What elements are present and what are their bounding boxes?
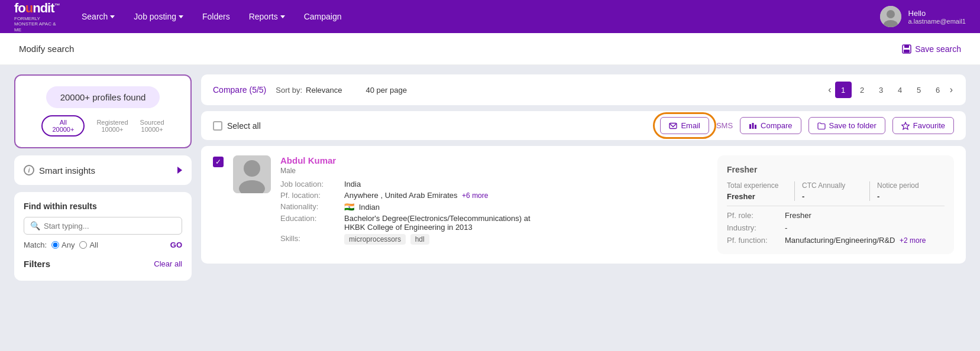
nationality-row: Nationality: 🇮🇳 Indian [280, 202, 708, 212]
favourite-button[interactable]: Favourite [892, 117, 954, 134]
logo-text: foundit™ [14, 1, 62, 16]
candidate-avatar [233, 155, 271, 193]
chevron-down-icon [409, 89, 414, 92]
sort-select[interactable]: Relevance [306, 86, 349, 95]
profiles-found-card: 20000+ profiles found All 20000+ Registe… [14, 74, 192, 148]
page-4-button[interactable]: 4 [892, 82, 908, 98]
next-page-button[interactable]: › [949, 84, 954, 95]
chevron-right-icon [177, 167, 182, 174]
logo[interactable]: foundit™ FORMERLY MONSTER APAC & ME [14, 1, 62, 33]
skill-tag-2: hdl [410, 234, 429, 245]
fresher-card: Fresher Total experience Fresher CTC Ann… [717, 155, 954, 254]
notice-period-col: Notice period - [877, 181, 945, 201]
star-icon [901, 122, 910, 130]
avatar [880, 6, 901, 27]
nav-reports[interactable]: Reports [248, 12, 286, 21]
page-2-button[interactable]: 2 [854, 82, 871, 98]
save-icon [902, 44, 911, 54]
pagination: ‹ 1 2 3 4 5 6 › [827, 82, 954, 98]
education-row: Education: Bachelor's Degree(Electronics… [280, 214, 708, 232]
svg-rect-5 [904, 50, 910, 53]
pf-function-more[interactable]: +2 more [900, 236, 926, 245]
info-icon: i [24, 165, 34, 176]
candidate-checkbox[interactable]: ✓ [213, 157, 224, 167]
tab-registered[interactable]: Registered 10000+ [96, 119, 128, 133]
pf-function-row: Pf. function: Manufacturing/Engineering/… [727, 236, 945, 245]
skill-tag-1: microprocessors [344, 234, 406, 245]
pf-location-row: Pf. location: Anywhere , United Arab Emi… [280, 191, 708, 200]
compare-button[interactable]: Compare [740, 117, 801, 134]
match-any-radio[interactable]: Any [51, 240, 75, 249]
flag-icon: 🇮🇳 [344, 202, 354, 212]
exp-row: Total experience Fresher CTC Annually - … [727, 181, 945, 206]
page-5-button[interactable]: 5 [911, 82, 927, 98]
candidate-name[interactable]: Abdul Kumar [280, 155, 708, 165]
skills-row: Skills: microprocessors hdl [280, 234, 708, 245]
email-button-highlighted: Email [660, 117, 709, 134]
results-toolbar: Compare (5/5) Sort by: Relevance 40 per … [201, 74, 966, 105]
smart-insights-left: i Smart insights [24, 165, 95, 176]
save-search-button[interactable]: Save search [902, 44, 961, 54]
search-icon: 🔍 [30, 221, 40, 230]
navbar-right: Hello a.lastname@email1 [880, 6, 966, 27]
pf-role-row: Pf. role: Fresher [727, 211, 945, 220]
page-6-button[interactable]: 6 [930, 82, 946, 98]
find-search-input[interactable] [44, 222, 176, 230]
nav-job-posting[interactable]: Job posting [132, 12, 185, 21]
svg-rect-4 [904, 45, 909, 48]
detail-rows: Pf. role: Fresher Industry: - Pf. functi… [727, 211, 945, 245]
find-within-card: Find within results 🔍 Match: Any All GO … [14, 192, 192, 281]
nav-folders[interactable]: Folders [201, 12, 231, 21]
clear-all-button[interactable]: Clear all [154, 259, 182, 268]
save-to-folder-button[interactable]: Save to folder [808, 117, 885, 134]
svg-marker-10 [901, 122, 909, 129]
sms-button[interactable]: SMS [716, 121, 733, 130]
select-all-checkbox[interactable] [213, 121, 222, 131]
svg-rect-8 [752, 123, 754, 129]
compare-link[interactable]: Compare (5/5) [213, 85, 266, 95]
match-all-radio[interactable]: All [79, 240, 98, 249]
per-page-select[interactable]: 40 per page [366, 86, 414, 95]
industry-row: Industry: - [727, 223, 945, 232]
profiles-count: 20000+ profiles found [46, 86, 160, 108]
job-location-row: Job location: India [280, 180, 708, 188]
svg-point-12 [244, 160, 260, 177]
select-all-wrap[interactable]: Select all [213, 121, 261, 131]
smart-insights-card[interactable]: i Smart insights [14, 155, 192, 185]
right-panel: Fresher Total experience Fresher CTC Ann… [717, 155, 954, 254]
svg-point-1 [887, 10, 895, 18]
match-row: Match: Any All GO [24, 240, 182, 249]
page-3-button[interactable]: 3 [873, 82, 890, 98]
logo-sub: FORMERLY MONSTER APAC & ME [14, 16, 62, 33]
chevron-down-icon [280, 15, 285, 18]
nav-search[interactable]: Search [80, 12, 116, 21]
actions-bar: Select all Email SMS Com [201, 111, 966, 140]
svg-rect-7 [749, 124, 751, 129]
total-experience-col: Total experience Fresher [727, 181, 795, 201]
find-search-wrap: 🔍 [24, 217, 182, 235]
chevron-down-icon [110, 15, 115, 18]
nav-items: Search Job posting Folders Reports Campa… [80, 12, 861, 21]
user-info: Hello a.lastname@email1 [908, 9, 966, 25]
modify-search-button[interactable]: Modify search [19, 44, 82, 54]
candidate-check: ✓ [213, 155, 224, 254]
chevron-down-icon [345, 89, 350, 92]
profile-tabs: All 20000+ Registered 10000+ Sourced 100… [41, 115, 164, 136]
filters-row: Filters Clear all [24, 256, 182, 271]
chevron-down-icon [179, 15, 183, 18]
sort-by-label: Sort by: Relevance [276, 86, 349, 95]
tab-sourced[interactable]: Sourced 10000+ [140, 119, 164, 133]
candidate-info: Abdul Kumar Male Job location: India Pf.… [280, 155, 708, 254]
compare-icon [749, 122, 757, 130]
page-1-button[interactable]: 1 [835, 82, 852, 98]
tab-all[interactable]: All 20000+ [41, 115, 85, 136]
email-button[interactable]: Email [660, 117, 709, 134]
sidebar: 20000+ profiles found All 20000+ Registe… [14, 74, 192, 281]
nav-campaign[interactable]: Campaign [303, 12, 343, 21]
folder-icon [817, 122, 826, 130]
email-icon [669, 122, 677, 130]
candidate-card: ✓ Abdul Kumar Male Job location: India [201, 146, 966, 264]
prev-page-button[interactable]: ‹ [827, 84, 832, 95]
pf-location-more[interactable]: +6 more [462, 191, 488, 200]
go-button[interactable]: GO [170, 240, 182, 249]
